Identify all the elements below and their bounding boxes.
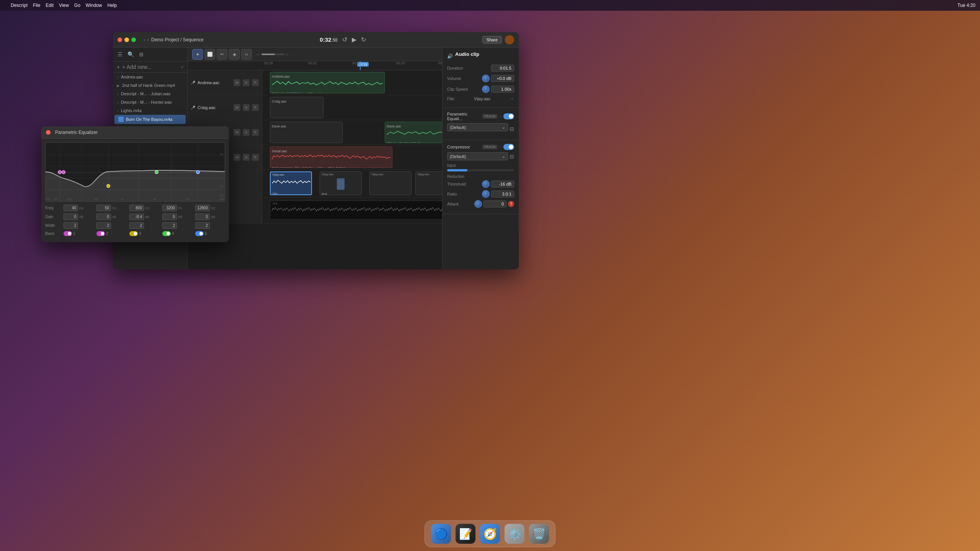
threshold-value[interactable]: -16 dB xyxy=(491,181,514,187)
eq-toggle[interactable] xyxy=(503,113,514,119)
eq-freq-input-1[interactable] xyxy=(64,205,78,211)
track-solo-andrew[interactable]: S xyxy=(243,79,250,86)
menu-descript[interactable]: Descript xyxy=(11,3,28,8)
code-tool[interactable]: ‹› xyxy=(241,49,252,60)
sidebar-item-hank[interactable]: ▶ 2nd half of Hank Green.mp4 xyxy=(113,81,187,90)
eq-freq-input-4[interactable] xyxy=(162,205,177,211)
user-avatar[interactable] xyxy=(505,35,514,44)
fast-forward-button[interactable]: ↻ xyxy=(361,36,366,43)
eq-band-toggle-1[interactable] xyxy=(64,231,72,236)
share-button[interactable]: Share xyxy=(482,36,502,44)
eq-gain-input-4[interactable] xyxy=(162,214,177,220)
rewind-button[interactable]: ↺ xyxy=(342,36,347,43)
track-content-vijay[interactable]: Vijay.aac Yep. Vijay.aac And xyxy=(262,170,442,197)
sidebar-menu-icon[interactable]: ☰ xyxy=(116,51,124,58)
close-button[interactable] xyxy=(118,37,122,42)
ratio-knob[interactable] xyxy=(482,190,490,198)
clip-vijay4[interactable]: Vijay.aac xyxy=(415,171,442,195)
sidebar-item-julian[interactable]: ♪ Descript - M... - Julian.wav xyxy=(113,90,187,98)
menu-file[interactable]: File xyxy=(33,3,40,8)
track-edit-andrew[interactable]: ✎ xyxy=(252,79,259,86)
eq-gain-input-5[interactable] xyxy=(195,214,210,220)
track-content-lmf[interactable]: -3.4 xyxy=(262,197,442,223)
track-content-craig[interactable]: Craig.aac xyxy=(262,95,442,120)
dock-safari[interactable]: 🧭 xyxy=(480,524,500,544)
eq-band-toggle-3[interactable] xyxy=(129,231,138,236)
ratio-value[interactable]: 3.0:1 xyxy=(491,191,514,197)
compressor-adjust-icon[interactable]: ⊟ xyxy=(510,153,514,160)
volume-value[interactable]: +0.0 dB xyxy=(491,75,514,82)
eq-band-toggle-5[interactable] xyxy=(195,231,204,236)
dock-settings[interactable]: ⚙️ xyxy=(505,524,524,544)
eq-gain-input-3[interactable] xyxy=(129,214,144,220)
menu-help[interactable]: Help xyxy=(108,3,117,8)
track-edit-sonal[interactable]: ✎ xyxy=(252,154,259,161)
eq-width-input-5[interactable] xyxy=(195,222,210,229)
razor-tool[interactable]: ✂ xyxy=(217,49,227,60)
clip-vijay2[interactable]: Vijay.aac And xyxy=(320,171,362,195)
compressor-toggle[interactable] xyxy=(503,144,514,150)
track-mute-sonal[interactable]: M xyxy=(234,154,240,161)
track-content-andrew[interactable]: Andrew.aac trivial as unwinding a... xyxy=(262,70,442,95)
clip-vijay3[interactable]: Vijay.aac xyxy=(369,171,412,195)
duration-value[interactable]: 0:01.5 xyxy=(491,65,514,72)
clip-dave2[interactable]: Dave.aac One is, uh, the xyxy=(385,122,442,143)
eq-width-input-3[interactable] xyxy=(129,222,144,229)
eq-freq-input-5[interactable] xyxy=(195,205,210,211)
camera-tool[interactable]: ⬜ xyxy=(204,49,215,60)
clip-dave1[interactable]: Dave.aac xyxy=(270,122,343,143)
sidebar-search-icon[interactable]: 🔍 xyxy=(127,51,134,58)
track-solo-craig[interactable]: S xyxy=(243,104,250,111)
menu-edit[interactable]: Edit xyxy=(46,3,54,8)
eq-width-input-4[interactable] xyxy=(162,222,177,229)
eq-point-band3[interactable] xyxy=(106,184,110,188)
eq-gain-input-2[interactable] xyxy=(96,214,111,220)
sidebar-item-andrew[interactable]: ♪ Andrew.aac xyxy=(113,73,187,81)
eq-gain-input-1[interactable] xyxy=(64,214,78,220)
eq-preset-dropdown[interactable]: (Default) ⌄ xyxy=(447,123,508,131)
menu-window[interactable]: Window xyxy=(86,3,102,8)
sidebar-item-hunter[interactable]: ♪ Descript - M... - Hunter.wav xyxy=(113,98,187,106)
clip-speed-knob[interactable] xyxy=(482,85,490,93)
dock-descript[interactable]: 📝 xyxy=(456,524,475,544)
clip-craig[interactable]: Craig.aac xyxy=(270,97,323,118)
volume-knob[interactable] xyxy=(482,75,490,82)
nav-back[interactable]: ‹ xyxy=(144,37,145,42)
compressor-preset-dropdown[interactable]: (Default) ⌄ xyxy=(447,152,508,160)
eq-point-band2[interactable] xyxy=(62,170,65,174)
clip-sonal[interactable]: Sonal.aac great accuracy. The ubiquity xyxy=(270,147,392,168)
eq-adjust-icon[interactable]: ⊟ xyxy=(510,126,514,132)
track-content-sonal[interactable]: Sonal.aac great accuracy. The ubiquity xyxy=(262,145,442,170)
clip-lmf[interactable]: -3.4 xyxy=(270,201,442,220)
add-new-button[interactable]: + + Add new... ≡ xyxy=(113,62,187,73)
track-edit-dave[interactable]: ✎ xyxy=(252,129,259,136)
sidebar-item-bayou[interactable]: Born On The Bayou.m4a xyxy=(114,115,186,124)
compressor-more-icon[interactable]: ··· xyxy=(499,145,502,149)
attack-knob[interactable] xyxy=(474,200,482,208)
dock-finder[interactable]: 🔵 xyxy=(431,524,451,544)
eq-band-toggle-2[interactable] xyxy=(96,231,105,236)
eq-close-button[interactable] xyxy=(46,130,51,135)
track-edit-craig[interactable]: ✎ xyxy=(252,104,259,111)
eq-point-band5[interactable] xyxy=(196,170,200,174)
file-arrow-icon[interactable]: → xyxy=(510,96,514,101)
clip-vijay-selected[interactable]: Vijay.aac Yep. xyxy=(270,171,312,195)
nav-forward[interactable]: › xyxy=(147,37,149,42)
select-tool[interactable]: ⌖ xyxy=(192,49,203,60)
clip-andrew[interactable]: Andrew.aac trivial as unwinding a... xyxy=(270,72,385,93)
eq-width-input-1[interactable] xyxy=(64,222,78,229)
track-mute-dave[interactable]: M xyxy=(234,129,240,136)
sidebar-grid-icon[interactable]: ⊞ xyxy=(137,51,145,58)
minimize-button[interactable] xyxy=(124,37,129,42)
threshold-knob[interactable] xyxy=(482,180,490,188)
filter-icon[interactable]: ≡ xyxy=(181,65,183,69)
track-solo-dave[interactable]: S xyxy=(243,129,250,136)
clip-speed-value[interactable]: 1.00x xyxy=(491,86,514,93)
eq-point-band4[interactable] xyxy=(155,170,158,174)
track-content-dave[interactable]: Dave.aac Dave.aac One is, xyxy=(262,120,442,145)
track-mute-craig[interactable]: M xyxy=(234,104,240,111)
effects-tool[interactable]: ◈ xyxy=(229,49,240,60)
dock-trash[interactable]: 🗑️ xyxy=(529,524,549,544)
play-button[interactable]: ▶ xyxy=(352,36,356,43)
eq-freq-input-2[interactable] xyxy=(96,205,111,211)
